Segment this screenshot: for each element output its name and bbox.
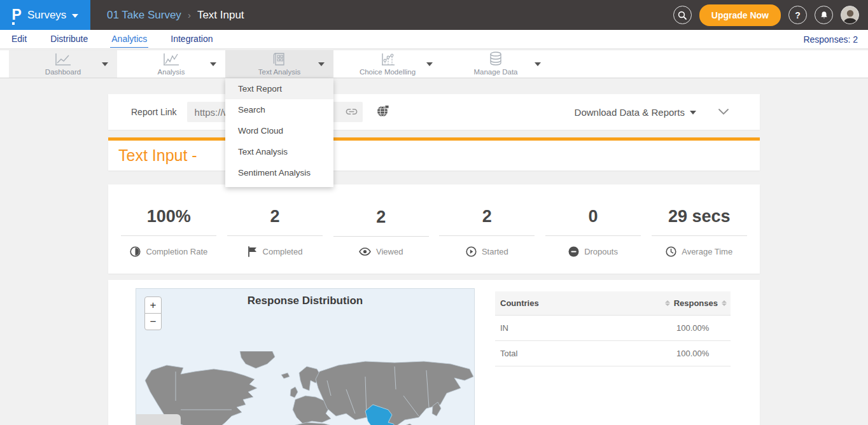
breadcrumb-separator: › [188, 10, 191, 20]
globe-lock-icon[interactable] [377, 104, 389, 120]
search-button[interactable] [673, 6, 692, 24]
question-title: Text Input - [118, 146, 197, 165]
world-map-image [136, 351, 475, 425]
stat-dropouts: 0 Dropouts [540, 185, 647, 274]
eye-icon [359, 247, 371, 256]
text-analysis-menu: Text Report Search Word Cloud Text Analy… [225, 78, 333, 187]
chevron-down-icon [102, 62, 108, 66]
chevron-down-icon [318, 62, 325, 66]
question-title-card: Text Input - [108, 141, 760, 171]
map-attribution-box [136, 414, 181, 425]
surveys-menu[interactable]: P Surveys [0, 0, 90, 30]
menu-item-search[interactable]: Search [225, 99, 333, 120]
text-report-icon [272, 52, 287, 66]
clock-icon [666, 246, 676, 257]
app-screen: P Surveys 01 Take Survey › Text Input Up… [0, 0, 868, 425]
upgrade-now-button[interactable]: Upgrade Now [699, 4, 781, 26]
stat-started: 2 Started [434, 185, 540, 274]
breadcrumb-survey-link[interactable]: 01 Take Survey [107, 9, 181, 22]
chevron-down-icon [210, 62, 216, 66]
report-link-label: Report Link [131, 107, 177, 117]
minus-circle-icon [568, 246, 579, 257]
line-chart-icon [55, 52, 71, 66]
chevron-down-icon [72, 14, 78, 18]
report-link-card: Report Link Download Data & Reports [108, 94, 760, 130]
tab-text-analysis[interactable]: Text Analysis [225, 50, 333, 78]
contrast-icon [130, 246, 141, 257]
zigzag-chart-icon [163, 52, 179, 66]
product-name: Surveys [27, 9, 66, 22]
flag-icon [248, 246, 258, 257]
search-icon [678, 11, 687, 20]
subnav-edit[interactable]: Edit [10, 31, 28, 48]
sort-responses-icon[interactable] [722, 300, 727, 306]
sort-countries-icon[interactable] [665, 300, 670, 306]
questionpro-logo-icon: P [12, 8, 22, 22]
stat-completion-rate: 100% Completion Rate [116, 185, 222, 274]
menu-item-text-analysis[interactable]: Text Analysis [225, 141, 333, 162]
survey-stats-card: 100% Completion Rate 2 Completed 2 Viewe… [108, 185, 760, 274]
menu-item-word-cloud[interactable]: Word Cloud [225, 120, 333, 141]
top-header: P Surveys 01 Take Survey › Text Input Up… [0, 0, 868, 30]
map-title: Response Distribution [136, 295, 474, 307]
subnav-integration[interactable]: Integration [169, 31, 214, 48]
menu-item-text-report[interactable]: Text Report [225, 78, 333, 99]
tab-dashboard[interactable]: Dashboard [9, 50, 117, 78]
notifications-button[interactable] [815, 6, 833, 24]
help-button[interactable]: ? [788, 6, 807, 24]
avatar[interactable] [841, 6, 859, 24]
responses-column-header: Responses [674, 298, 718, 308]
response-distribution-card: Response Distribution + − [108, 280, 760, 425]
tab-choice-modelling[interactable]: Choice Modelling [333, 50, 442, 78]
map-zoom-control: + − [144, 296, 162, 330]
responses-count: Responses: 2 [803, 34, 858, 45]
stat-completed: 2 Completed [222, 185, 328, 274]
tab-analysis[interactable]: Analysis [117, 50, 225, 78]
user-photo-icon [841, 6, 859, 24]
stat-viewed: 2 Viewed [328, 185, 434, 274]
countries-table: Countries Responses IN 100.00% Total 100… [495, 291, 731, 366]
response-map[interactable]: Response Distribution + − [136, 288, 475, 425]
table-row: Total 100.00% [495, 341, 731, 366]
menu-item-sentiment-analysis[interactable]: Sentiment Analysis [225, 162, 333, 183]
question-mark-icon: ? [795, 10, 801, 20]
subnav-analytics[interactable]: Analytics [110, 31, 148, 48]
header-actions: Upgrade Now ? [673, 4, 868, 26]
bell-icon [820, 11, 829, 20]
chevron-down-icon [426, 62, 433, 66]
chevron-down-icon [690, 111, 696, 115]
database-icon [488, 52, 503, 66]
subnav-distribute[interactable]: Distribute [49, 31, 89, 48]
collapse-section-chevron-icon[interactable] [718, 107, 729, 118]
survey-subnav: Edit Distribute Analytics Integration Re… [0, 30, 868, 49]
play-circle-icon [466, 246, 477, 257]
countries-column-header: Countries [500, 298, 539, 308]
table-row: IN 100.00% [495, 316, 731, 341]
copy-link-icon[interactable] [346, 106, 358, 120]
map-zoom-in-button[interactable]: + [144, 296, 162, 314]
analytics-toolbar: Dashboard Analysis Text Analysis Choice … [0, 50, 868, 78]
breadcrumb-current-page: Text Input [197, 9, 244, 22]
map-zoom-out-button[interactable]: − [144, 313, 162, 330]
breadcrumb: 01 Take Survey › Text Input [107, 9, 244, 22]
tab-manage-data[interactable]: Manage Data [442, 50, 550, 78]
download-data-reports-dropdown[interactable]: Download Data & Reports [575, 107, 760, 118]
chevron-down-icon [535, 62, 541, 66]
countries-table-header: Countries Responses [495, 291, 731, 316]
stat-average-time: 29 secs Average Time [646, 185, 752, 274]
dot-chart-icon [379, 52, 396, 66]
